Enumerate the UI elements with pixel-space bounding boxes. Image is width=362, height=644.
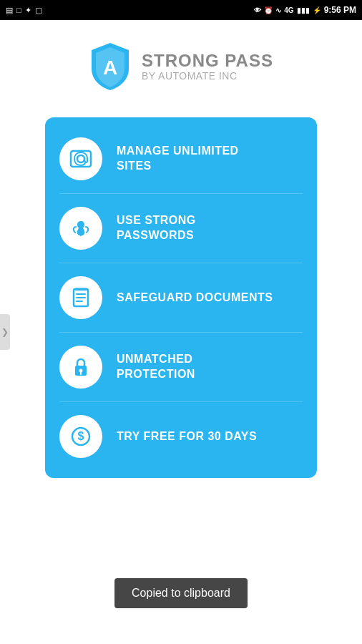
status-right-area: 👁 ⏰ ∿ 4G ▮▮▮ ⚡ 9:56 PM [254,5,356,15]
feature-item-protection[interactable]: UNMATCHEDPROTECTION [59,333,303,402]
feature-item-safeguard-docs[interactable]: SAFEGUARD DOCUMENTS [59,263,303,333]
side-tab[interactable]: ❯ [0,314,10,350]
status-bar: ▤ □ ✦ ▢ 👁 ⏰ ∿ 4G ▮▮▮ ⚡ 9:56 PM [0,0,362,20]
main-content: ❯ A STRONG PASS BY AUTOMATE INC [0,20,362,644]
eye-icon: 👁 [254,6,261,14]
strong-passwords-label: USE STRONGPASSWORDS [117,213,196,243]
svg-point-2 [77,155,84,162]
side-tab-arrow: ❯ [1,327,9,337]
alarm-icon: ⏰ [264,6,273,14]
clipboard-toast-text: Copied to clipboard [132,587,230,599]
logo-subtitle: BY AUTOMATE INC [142,70,273,82]
at-sign-icon [69,147,92,170]
network-icon: 4G [284,6,293,14]
svg-rect-7 [75,288,87,291]
svg-text:A: A [103,57,117,79]
logo-text: STRONG PASS BY AUTOMATE INC [142,52,273,82]
message-icon: ▤ [6,6,13,15]
logo-area: A STRONG PASS BY AUTOMATE INC [89,42,273,92]
manage-sites-icon-circle [59,137,102,180]
feature-item-manage-sites[interactable]: MANAGE UNLIMITEDSITES [59,125,303,194]
chat-icon: □ [16,6,21,14]
logo-title: STRONG PASS [142,52,273,70]
time-display: 9:56 PM [324,5,356,15]
strong-passwords-icon-circle [59,207,102,250]
free-trial-icon-circle: $ [59,415,102,458]
feature-card: MANAGE UNLIMITEDSITES USE STRONGPASSWORD… [45,117,317,478]
safeguard-docs-icon-circle [59,276,102,319]
clipboard-toast: Copied to clipboard [114,578,248,608]
usb-icon: ✦ [25,6,31,15]
signal-icon: ▮▮▮ [297,6,310,14]
battery-icon: ⚡ [313,6,321,14]
free-trial-label: TRY FREE FOR 30 DAYS [117,429,257,444]
safeguard-docs-label: SAFEGUARD DOCUMENTS [117,291,273,306]
muscle-icon [69,217,92,240]
lock-icon [69,356,92,379]
photo-icon: ▢ [35,6,42,15]
dollar-icon: $ [69,425,92,448]
protection-label: UNMATCHEDPROTECTION [117,352,195,382]
protection-icon-circle [59,346,102,389]
feature-item-strong-passwords[interactable]: USE STRONGPASSWORDS [59,194,303,263]
status-left-icons: ▤ □ ✦ ▢ [6,6,42,15]
document-icon [69,286,92,309]
logo-shield-icon: A [89,42,132,92]
wifi-icon: ∿ [275,6,281,14]
feature-item-free-trial[interactable]: $ TRY FREE FOR 30 DAYS [59,402,303,471]
manage-sites-label: MANAGE UNLIMITEDSITES [117,144,239,174]
svg-text:$: $ [78,430,84,442]
